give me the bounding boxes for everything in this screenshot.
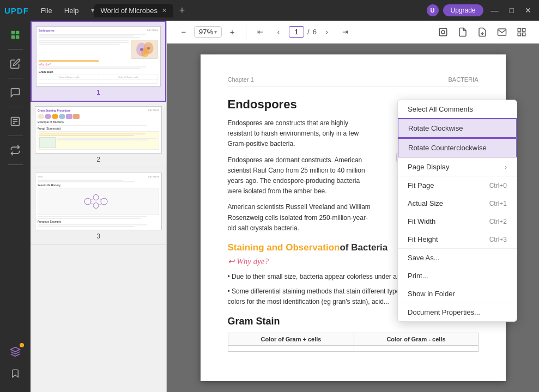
toolbar-separator-4 xyxy=(8,136,23,136)
section2-rest: of Bacteria xyxy=(340,242,387,253)
chapter-right: BACTERIA xyxy=(448,76,478,83)
zoom-out-button[interactable]: − xyxy=(175,24,192,40)
svg-point-14 xyxy=(84,198,91,205)
pdf-area: − 97% ▾ + ⇤ ‹ / 6 › ⇥ xyxy=(167,21,539,392)
title-bar: UPDF File Help ▾ World of Microbes ✕ + U… xyxy=(0,0,539,21)
close-button[interactable]: ✕ xyxy=(522,5,535,16)
thumbnail-image-2: Gram Staining Procedure BACTERIA Example… xyxy=(35,106,162,154)
maximize-button[interactable]: □ xyxy=(506,5,517,16)
tab-title: World of Microbes xyxy=(101,7,158,15)
home-icon[interactable] xyxy=(4,25,26,45)
page-total: 6 xyxy=(313,28,317,36)
ctx-show-in-folder[interactable]: Show in Folder xyxy=(398,285,517,303)
next-page-button[interactable]: › xyxy=(319,24,335,40)
ctx-print[interactable]: Print... xyxy=(398,267,517,285)
thumbnail-image-3: Yeast BACTERIA Yeast Life History xyxy=(35,173,162,230)
svg-rect-24 xyxy=(518,28,520,31)
tab-dropdown-arrow[interactable]: ▾ xyxy=(91,7,94,14)
prev-page-button[interactable]: ‹ xyxy=(270,24,287,40)
svg-rect-22 xyxy=(439,28,447,36)
convert-icon[interactable] xyxy=(4,140,26,160)
extract-icon[interactable] xyxy=(474,23,491,41)
thumbnail-panel: Endospores BACTERIA xyxy=(31,21,167,392)
svg-rect-2 xyxy=(11,35,15,39)
layers-icon[interactable] xyxy=(4,342,26,362)
gram-cell-1-2 xyxy=(354,346,478,352)
ctx-fit-width-shortcut: Ctrl+2 xyxy=(489,218,507,225)
page-input-area: / 6 xyxy=(289,26,317,38)
gram-table: Color of Gram + cells Color of Gram - ce… xyxy=(228,333,479,352)
ctx-save-as[interactable]: Save As... xyxy=(398,249,517,267)
ctx-rotate-clockwise[interactable]: Rotate Clockwise xyxy=(397,118,517,138)
ctx-fit-height-shortcut: Ctrl+3 xyxy=(489,236,507,243)
bookmark-icon[interactable] xyxy=(4,364,26,383)
zoom-dropdown-icon: ▾ xyxy=(214,29,217,35)
menu-bar: File Help xyxy=(35,4,84,17)
section2-staining: Staining and Observation xyxy=(228,242,340,253)
zoom-value: 97% xyxy=(199,28,213,36)
svg-rect-0 xyxy=(11,31,15,34)
thumbnail-number-2: 2 xyxy=(35,156,162,163)
new-tab-button[interactable]: + xyxy=(175,4,189,17)
context-menu: Select All Comments Rotate Clockwise Rot… xyxy=(397,100,517,322)
ctx-rotate-counterclockwise[interactable]: Rotate Counterclockwise xyxy=(397,138,517,158)
chapter-header: Chapter 1 BACTERIA xyxy=(228,76,479,87)
menu-help[interactable]: Help xyxy=(59,4,84,17)
ctx-document-properties[interactable]: Document Properties... xyxy=(398,303,517,321)
toolbar-separator-2 xyxy=(8,78,23,78)
thumbnail-page-3[interactable]: Yeast BACTERIA Yeast Life History xyxy=(31,168,166,245)
first-page-button[interactable]: ⇤ xyxy=(252,24,268,40)
left-toolbar xyxy=(0,21,31,392)
svg-rect-26 xyxy=(518,33,520,35)
page-text-1: Endospores are constructs that are highl… xyxy=(228,118,372,234)
tab-close-button[interactable]: ✕ xyxy=(162,7,167,14)
thumbnail-number-1: 1 xyxy=(36,89,161,96)
snapshot-icon[interactable] xyxy=(434,23,452,41)
gram-col2-header: Color of Gram - cells xyxy=(354,333,478,346)
svg-line-18 xyxy=(90,199,94,200)
edit-icon[interactable] xyxy=(4,54,26,74)
svg-point-23 xyxy=(441,30,445,34)
svg-point-17 xyxy=(93,203,99,209)
ctx-fit-page[interactable]: Fit Page Ctrl+0 xyxy=(398,176,517,194)
svg-point-15 xyxy=(93,195,99,200)
toolbar-separator-3 xyxy=(8,107,23,107)
title-bar-right: U Upgrade — □ ✕ xyxy=(427,4,535,16)
minimize-button[interactable]: — xyxy=(488,5,502,16)
mail-icon[interactable] xyxy=(493,23,511,41)
svg-point-13 xyxy=(147,47,150,50)
page-number-input[interactable] xyxy=(289,26,304,38)
svg-rect-3 xyxy=(16,35,19,39)
svg-line-20 xyxy=(98,204,101,205)
menu-file[interactable]: File xyxy=(35,4,58,17)
comment-icon[interactable] xyxy=(4,83,26,102)
chapter-label: Chapter 1 xyxy=(228,76,254,83)
zoom-display[interactable]: 97% ▾ xyxy=(194,26,222,38)
svg-point-12 xyxy=(140,48,143,51)
last-page-button[interactable]: ⇥ xyxy=(337,24,354,40)
tab-area: ▾ World of Microbes ✕ + xyxy=(89,4,427,17)
ctx-fit-width[interactable]: Fit Width Ctrl+2 xyxy=(398,212,517,230)
zoom-in-button[interactable]: + xyxy=(224,24,240,40)
ocr-icon[interactable] xyxy=(513,23,530,41)
ctx-actual-size[interactable]: Actual Size Ctrl+1 xyxy=(398,194,517,212)
ctx-fit-page-shortcut: Ctrl+0 xyxy=(489,182,507,189)
thumbnail-page-1[interactable]: Endospores BACTERIA xyxy=(31,21,166,102)
upgrade-button[interactable]: Upgrade xyxy=(443,4,483,16)
page-separator: / xyxy=(307,28,310,36)
svg-rect-1 xyxy=(16,31,19,34)
ctx-fit-height[interactable]: Fit Height Ctrl+3 xyxy=(398,230,517,248)
svg-line-21 xyxy=(90,203,94,205)
ctx-page-display[interactable]: Page Display › xyxy=(398,158,517,176)
form-icon[interactable] xyxy=(4,112,26,131)
toolbar-separator-1 xyxy=(8,49,23,50)
thumbnail-page-2[interactable]: Gram Staining Procedure BACTERIA Example… xyxy=(31,102,166,168)
svg-point-16 xyxy=(101,198,107,205)
ctx-select-all-comments[interactable]: Select All Comments xyxy=(398,100,517,118)
pdf-convert-icon[interactable] xyxy=(454,23,471,41)
active-tab[interactable]: World of Microbes ✕ xyxy=(94,4,174,17)
user-avatar[interactable]: U xyxy=(427,4,439,16)
pdf-toolbar: − 97% ▾ + ⇤ ‹ / 6 › ⇥ xyxy=(167,21,539,44)
toolbar-divider-1 xyxy=(246,26,246,39)
svg-rect-27 xyxy=(523,33,525,35)
